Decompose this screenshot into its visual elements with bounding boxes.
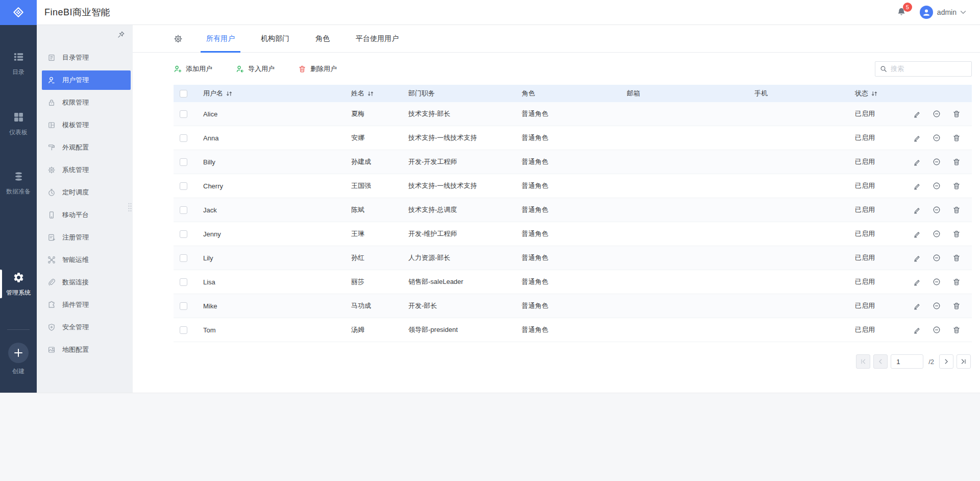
sort-icon[interactable]	[368, 91, 374, 97]
menu-item-user-mgmt[interactable]: 用户管理	[42, 70, 131, 90]
disable-user-icon[interactable]	[933, 158, 941, 166]
username-label[interactable]: admin	[937, 8, 957, 16]
sidebar-resize-handle[interactable]	[128, 202, 132, 214]
settings-gear-icon[interactable]	[174, 34, 183, 43]
row-checkbox[interactable]	[180, 206, 187, 214]
row-checkbox[interactable]	[180, 230, 187, 238]
header-username[interactable]: 用户名	[198, 89, 346, 98]
delete-user-icon[interactable]	[952, 206, 961, 214]
delete-user-icon[interactable]	[952, 302, 961, 310]
menu-item-plugin-mgmt[interactable]: 插件管理	[37, 294, 133, 316]
tab-all-users[interactable]: 所有用户	[201, 25, 240, 53]
tab-label: 所有用户	[206, 34, 235, 43]
disable-user-icon[interactable]	[933, 206, 941, 214]
tab-roles[interactable]: 角色	[310, 25, 335, 53]
edit-user-icon[interactable]	[913, 278, 921, 286]
sidebar-item-dashboard[interactable]: 仪表板	[0, 111, 37, 137]
import-user-button[interactable]: 导入用户	[236, 64, 275, 74]
menu-item-mobile-platform[interactable]: 移动平台	[37, 204, 133, 226]
menu-item-map-config[interactable]: 地图配置	[37, 339, 133, 361]
menu-item-permission-mgmt[interactable]: 权限管理	[37, 91, 133, 114]
menu-item-scheduler[interactable]: 定时调度	[37, 181, 133, 204]
delete-user-icon[interactable]	[952, 110, 961, 118]
delete-user-icon[interactable]	[952, 278, 961, 286]
disable-user-icon[interactable]	[933, 230, 941, 238]
disable-user-icon[interactable]	[933, 110, 941, 118]
menu-item-data-connection[interactable]: 数据连接	[37, 271, 133, 294]
edit-user-icon[interactable]	[913, 158, 921, 166]
menu-item-registration-mgmt[interactable]: 注册管理	[37, 226, 133, 249]
search-box[interactable]	[875, 61, 972, 77]
toolbar: 添加用户 导入用户 删除用户	[174, 53, 972, 85]
sort-icon[interactable]	[871, 91, 877, 97]
row-checkbox[interactable]	[180, 134, 187, 142]
unpin-icon[interactable]	[117, 31, 126, 40]
search-input[interactable]	[891, 65, 967, 73]
disable-user-icon[interactable]	[933, 326, 941, 334]
disable-user-icon[interactable]	[933, 278, 941, 286]
next-page-button[interactable]	[939, 354, 953, 369]
row-checkbox[interactable]	[180, 110, 187, 118]
sort-icon[interactable]	[226, 91, 232, 97]
edit-user-icon[interactable]	[913, 110, 921, 118]
edit-user-icon[interactable]	[913, 134, 921, 142]
header-status[interactable]: 状态	[850, 89, 908, 98]
tab-platform-users[interactable]: 平台使用用户	[350, 25, 404, 53]
page-number-input[interactable]	[891, 354, 923, 369]
user-avatar[interactable]	[920, 6, 933, 19]
create-button[interactable]: 创建	[0, 343, 37, 376]
prev-page-button[interactable]	[873, 354, 888, 369]
disable-user-icon[interactable]	[933, 254, 941, 262]
disable-user-icon[interactable]	[933, 182, 941, 190]
header-dept: 部门职务	[403, 89, 517, 98]
delete-user-icon[interactable]	[952, 158, 961, 166]
row-checkbox[interactable]	[180, 302, 187, 310]
delete-user-icon[interactable]	[952, 230, 961, 238]
menu-item-intelligent-ops[interactable]: 智能运维	[37, 249, 133, 271]
row-checkbox[interactable]	[180, 326, 187, 334]
delete-user-icon[interactable]	[952, 254, 961, 262]
edit-user-icon[interactable]	[913, 206, 921, 214]
sidebar-item-data-prep[interactable]: 数据准备	[0, 171, 37, 196]
add-user-button[interactable]: 添加用户	[174, 64, 212, 74]
sidebar-item-admin-system[interactable]: 管理系统	[0, 272, 37, 297]
row-checkbox[interactable]	[180, 254, 187, 262]
sidebar-item-catalog[interactable]: 目录	[0, 51, 37, 77]
finebi-logo-icon[interactable]	[0, 0, 37, 25]
tab-org-departments[interactable]: 机构部门	[255, 25, 295, 53]
user-plus-icon	[174, 65, 182, 73]
user-tabs: 所有用户 机构部门 角色 平台使用用户	[201, 25, 419, 53]
cell-dept: 人力资源-部长	[403, 253, 517, 262]
delete-user-icon[interactable]	[952, 182, 961, 190]
menu-item-system-mgmt[interactable]: 系统管理	[37, 159, 133, 181]
edit-user-icon[interactable]	[913, 302, 921, 310]
cell-name: 王琳	[346, 229, 403, 238]
chevron-down-icon[interactable]	[960, 10, 966, 15]
secondary-menu: 目录管理 用户管理 权限管理 模板管理 外观配置 系统管理	[37, 25, 133, 361]
edit-user-icon[interactable]	[913, 230, 921, 238]
delete-user-button[interactable]: 删除用户	[298, 64, 337, 74]
row-checkbox[interactable]	[180, 182, 187, 190]
cell-status: 已启用	[850, 133, 908, 142]
disable-user-icon[interactable]	[933, 134, 941, 142]
edit-user-icon[interactable]	[913, 182, 921, 190]
last-page-button[interactable]	[957, 354, 971, 369]
table-row: Billy 孙建成 开发-开发工程师 普通角色 已启用	[174, 150, 972, 174]
menu-item-catalog-mgmt[interactable]: 目录管理	[37, 46, 133, 69]
menu-item-appearance-config[interactable]: 外观配置	[37, 136, 133, 159]
menu-item-security-mgmt[interactable]: 安全管理	[37, 316, 133, 339]
header-name[interactable]: 姓名	[346, 89, 403, 98]
window-background	[0, 393, 980, 481]
primary-sidebar: 目录 仪表板 数据准备 管理系统 创建	[0, 25, 37, 393]
notifications-button[interactable]: 5	[896, 7, 906, 17]
first-page-button[interactable]	[856, 354, 870, 369]
edit-user-icon[interactable]	[913, 326, 921, 334]
edit-user-icon[interactable]	[913, 254, 921, 262]
disable-user-icon[interactable]	[933, 302, 941, 310]
row-checkbox[interactable]	[180, 158, 187, 166]
select-all-checkbox[interactable]	[180, 90, 187, 98]
delete-user-icon[interactable]	[952, 326, 961, 334]
menu-item-template-mgmt[interactable]: 模板管理	[37, 114, 133, 136]
row-checkbox[interactable]	[180, 278, 187, 286]
delete-user-icon[interactable]	[952, 134, 961, 142]
